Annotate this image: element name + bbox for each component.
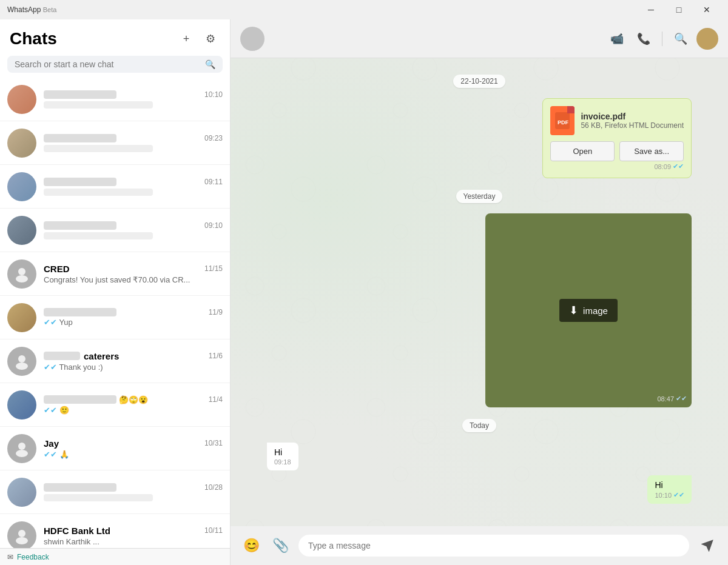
message-time: 09:18: [274, 458, 291, 466]
avatar: [7, 347, 36, 376]
chat-time: 10/31: [204, 439, 223, 447]
header-color-btn[interactable]: [696, 28, 718, 50]
feedback-icon: ✉: [7, 553, 13, 561]
settings-button[interactable]: ⚙: [201, 29, 220, 48]
avatar: [7, 85, 36, 114]
chat-name: CRED: [44, 264, 70, 274]
list-item[interactable]: 09:23: [0, 121, 230, 165]
message-text: Hi: [655, 480, 662, 490]
chat-name: [44, 90, 116, 99]
chat-list: 10:10 09:23: [0, 78, 230, 548]
list-item-jay[interactable]: Jay 10/31 ✔✔ 🙏: [0, 427, 230, 470]
svg-point-4: [18, 443, 25, 450]
download-icon: ⬇: [569, 304, 578, 317]
chat-window: 📹 📞 🔍 22-10-2021: [231, 19, 728, 565]
chat-preview: ✔✔ Yup: [44, 318, 223, 327]
chat-name: [44, 483, 116, 492]
message-row: Hi 10:10 ✔✔: [267, 475, 692, 504]
chat-time: 10/28: [204, 483, 223, 492]
chat-header-avatar: [240, 27, 265, 51]
sidebar: Chats + ⚙ 🔍 10:10: [0, 19, 231, 565]
message-tick: ✔✔: [673, 491, 684, 499]
chat-time: 10/11: [204, 526, 223, 535]
avatar: [7, 129, 36, 158]
voice-call-button[interactable]: 📞: [633, 28, 655, 50]
file-header: PDF invoice.pdf 56 KB, Firefox HTML Docu…: [550, 106, 684, 135]
maximize-button[interactable]: □: [665, 0, 693, 19]
svg-point-3: [16, 363, 28, 370]
chat-info: CRED 11/15 Congrats! You just saved ₹70.…: [44, 264, 223, 284]
save-file-button[interactable]: Save as...: [619, 141, 684, 161]
window-controls: ─ □ ✕: [637, 0, 721, 19]
date-label: 22-10-2021: [453, 75, 505, 88]
emoji-button[interactable]: 😊: [240, 535, 262, 557]
chat-info: 10/28: [44, 483, 223, 501]
chat-preview: shwin Karthik ...: [44, 537, 223, 546]
chat-time: 11/15: [204, 264, 223, 273]
avatar: [7, 521, 36, 549]
chat-info: 09:11: [44, 178, 223, 196]
chat-preview: [44, 494, 153, 501]
message-bubble: Hi 10:10 ✔✔: [647, 475, 692, 504]
chat-info: 09:23: [44, 134, 223, 152]
message-text: Hi: [274, 447, 282, 457]
svg-point-6: [18, 530, 25, 537]
video-call-button[interactable]: 📹: [606, 28, 628, 50]
list-item[interactable]: 🤔🙄😮 11/4 ✔✔ 🙂: [0, 383, 230, 427]
image-message: ⬇ image 08:47 ✔✔: [485, 213, 692, 407]
file-actions: Open Save as...: [550, 141, 684, 161]
chat-time: 11/9: [209, 308, 223, 316]
send-button[interactable]: [696, 535, 718, 557]
list-item[interactable]: 11/9 ✔✔ Yup: [0, 296, 230, 339]
search-bar: 🔍: [7, 56, 223, 73]
search-chat-button[interactable]: 🔍: [670, 28, 692, 50]
list-item-hdfc[interactable]: HDFC Bank Ltd 10/11 shwin Karthik ...: [0, 514, 230, 548]
chats-title: Chats: [10, 29, 57, 48]
list-item[interactable]: 10/28: [0, 470, 230, 514]
chat-header: 📹 📞 🔍: [231, 19, 728, 58]
header-divider: [662, 32, 662, 46]
svg-marker-11: [703, 541, 713, 551]
chat-info: Jay 10/31 ✔✔ 🙏: [44, 438, 223, 459]
file-message: PDF invoice.pdf 56 KB, Firefox HTML Docu…: [542, 98, 692, 178]
minimize-button[interactable]: ─: [637, 0, 665, 19]
message-meta: 08:47 ✔✔: [657, 395, 687, 403]
avatar: [7, 172, 36, 201]
chat-name: [44, 395, 116, 404]
chat-name: [44, 221, 116, 230]
image-bubble[interactable]: ⬇ image: [485, 213, 692, 407]
chat-name: HDFC Bank Ltd: [44, 526, 110, 536]
chat-info: 🤔🙄😮 11/4 ✔✔ 🙂: [44, 395, 223, 415]
feedback-label[interactable]: Feedback: [17, 553, 49, 561]
list-item[interactable]: 09:11: [0, 165, 230, 209]
chat-time: 10:10: [204, 90, 223, 99]
chat-preview: [44, 101, 153, 109]
date-label: Yesterday: [456, 190, 503, 203]
open-file-button[interactable]: Open: [550, 141, 615, 161]
close-button[interactable]: ✕: [693, 0, 721, 19]
chat-name: [44, 308, 116, 316]
svg-point-2: [18, 355, 25, 363]
svg-point-7: [16, 537, 28, 544]
chat-info: 09:10: [44, 221, 223, 239]
message-meta: 10:10 ✔✔: [655, 491, 684, 499]
message-input[interactable]: [298, 535, 689, 557]
new-chat-button[interactable]: +: [177, 29, 196, 48]
file-details: invoice.pdf 56 KB, Firefox HTML Document: [581, 112, 684, 130]
svg-point-0: [18, 268, 25, 275]
chat-name: Jay: [44, 438, 59, 449]
search-input[interactable]: [15, 59, 205, 69]
titlebar: WhatsApp Beta ─ □ ✕: [0, 0, 728, 19]
image-download-overlay[interactable]: ⬇ image: [559, 299, 618, 322]
chat-preview: [44, 145, 153, 152]
list-item-caterers[interactable]: caterers 11/6 ✔✔ Thank you :): [0, 339, 230, 383]
feedback-bar: ✉ Feedback: [0, 548, 230, 565]
chat-preview: ✔✔ 🙂: [44, 406, 223, 415]
list-item[interactable]: 09:10: [0, 209, 230, 252]
chat-header-actions: 📹 📞 🔍: [606, 28, 718, 50]
sidebar-actions: + ⚙: [177, 29, 220, 48]
attach-button[interactable]: 📎: [269, 535, 291, 557]
message-row: Hi 09:18: [267, 443, 692, 470]
list-item[interactable]: 10:10: [0, 78, 230, 121]
list-item[interactable]: CRED 11/15 Congrats! You just saved ₹70.…: [0, 252, 230, 296]
